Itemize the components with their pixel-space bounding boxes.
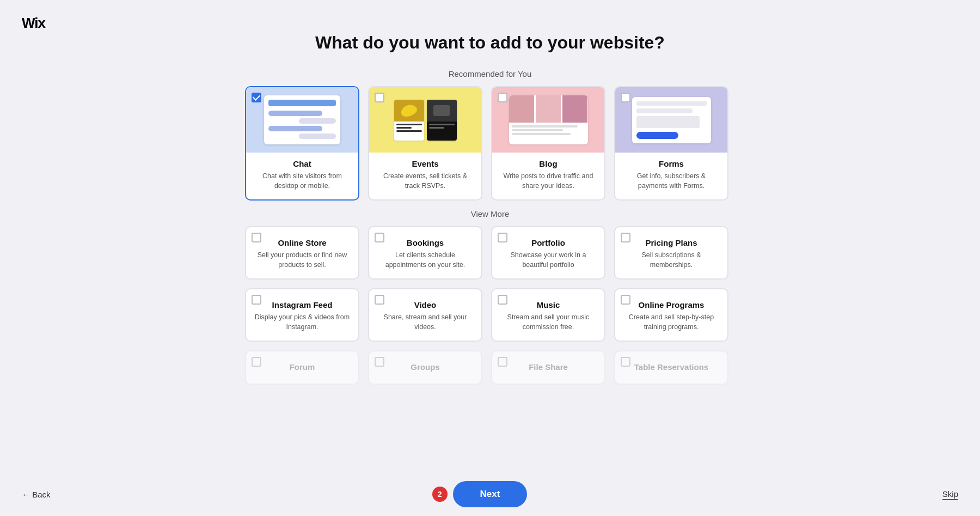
view-more-row1: Online Store Sell your products or find … [245,226,735,280]
card-instagram-feed[interactable]: Instagram Feed Display your pics & video… [245,288,359,342]
blog-desc: Write posts to drive traffic and share y… [500,172,597,191]
instagram-feed-title: Instagram Feed [254,300,351,309]
online-store-desc: Sell your products or find new products … [254,251,351,270]
forms-title: Forms [623,159,720,168]
video-desc: Share, stream and sell your videos. [377,313,474,332]
music-title: Music [500,300,597,309]
blog-title: Blog [500,159,597,168]
card-groups[interactable]: Groups [368,350,482,385]
checkbox-groups [375,357,384,367]
online-programs-desc: Create and sell step-by-step training pr… [623,313,720,332]
instagram-feed-desc: Display your pics & videos from Instagra… [254,313,351,332]
checkbox-table-reservations [621,357,630,367]
checkbox-chat [252,93,261,102]
checkbox-blog [498,93,507,102]
faded-row: Forum Groups File Share Table Reservatio… [245,350,735,385]
card-music[interactable]: Music Stream and sell your music commiss… [491,288,605,342]
forum-title: Forum [254,362,351,372]
chat-title: Chat [254,159,351,168]
music-desc: Stream and sell your music commission fr… [500,313,597,332]
wix-logo: Wix [22,15,50,33]
events-preview [369,87,481,153]
bookings-title: Bookings [377,238,474,247]
pricing-plans-title: Pricing Plans [623,238,720,247]
checkbox-file-share [498,357,507,367]
card-chat[interactable]: Chat Chat with site visitors from deskto… [245,86,359,201]
forms-preview-area [615,87,727,153]
svg-text:Wix: Wix [22,17,46,29]
checkbox-music [498,295,507,305]
bookings-desc: Let clients schedule appointments on you… [377,251,474,270]
card-portfolio[interactable]: Portfolio Showcase your work in a beauti… [491,226,605,280]
card-pricing-plans[interactable]: Pricing Plans Sell subscriptions & membe… [614,226,728,280]
next-wrapper: 2 Next [453,481,528,507]
card-forum[interactable]: Forum [245,350,359,385]
events-desc: Create events, sell tickets & track RSVP… [377,172,474,191]
checkbox-video [375,295,384,305]
card-video[interactable]: Video Share, stream and sell your videos… [368,288,482,342]
card-bookings[interactable]: Bookings Let clients schedule appointmen… [368,226,482,280]
online-store-title: Online Store [254,238,351,247]
bottom-navigation: ← Back 2 Next Skip [0,472,980,516]
chat-preview [246,87,358,153]
page-title: What do you want to add to your website? [315,33,665,53]
step2-badge: 2 [432,487,448,502]
file-share-title: File Share [500,362,597,372]
blog-preview-area [492,87,604,153]
view-more-row2: Instagram Feed Display your pics & video… [245,288,735,342]
chat-desc: Chat with site visitors from desktop or … [254,172,351,191]
groups-title: Groups [377,362,474,372]
checkbox-forum [252,357,261,367]
card-table-reservations[interactable]: Table Reservations [614,350,728,385]
card-events[interactable]: Events Create events, sell tickets & tra… [368,86,482,201]
next-button[interactable]: Next [453,481,528,507]
skip-button[interactable]: Skip [942,489,958,500]
card-file-share[interactable]: File Share [491,350,605,385]
checkbox-portfolio [498,233,507,242]
back-button[interactable]: ← Back [22,490,51,499]
pricing-plans-desc: Sell subscriptions & memberships. [623,251,720,270]
recommended-cards-grid: Chat Chat with site visitors from deskto… [245,86,735,201]
card-forms[interactable]: Forms Get info, subscribers & payments w… [614,86,728,201]
checkbox-bookings [375,233,384,242]
card-blog[interactable]: Blog Write posts to drive traffic and sh… [491,86,605,201]
checkbox-events [375,93,384,102]
forms-desc: Get info, subscribers & payments with Fo… [623,172,720,191]
table-reservations-title: Table Reservations [623,362,720,372]
view-more-label: View More [245,209,735,218]
checkbox-online-programs [621,295,630,305]
checkbox-pricing-plans [621,233,630,242]
events-title: Events [377,159,474,168]
video-title: Video [377,300,474,309]
checkbox-instagram-feed [252,295,261,305]
portfolio-title: Portfolio [500,238,597,247]
recommended-label: Recommended for You [245,69,735,78]
card-online-programs[interactable]: Online Programs Create and sell step-by-… [614,288,728,342]
online-programs-title: Online Programs [623,300,720,309]
card-online-store[interactable]: Online Store Sell your products or find … [245,226,359,280]
portfolio-desc: Showcase your work in a beautiful portfo… [500,251,597,270]
checkbox-online-store [252,233,261,242]
checkbox-forms [621,93,630,102]
